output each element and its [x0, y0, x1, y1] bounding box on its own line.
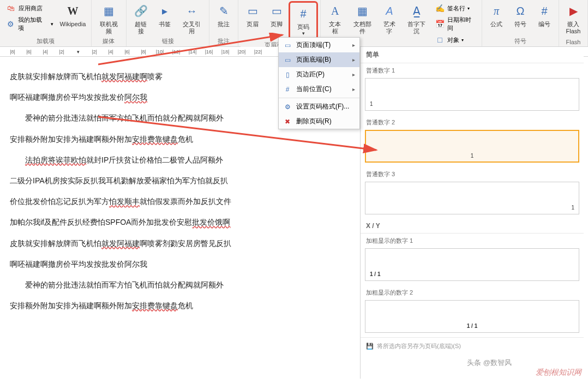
- header-icon: ▭: [244, 2, 261, 20]
- store-label: 应用商店: [19, 4, 43, 13]
- header-button[interactable]: ▭页眉: [241, 1, 265, 29]
- store-icon: 🛍: [5, 3, 16, 14]
- pagenum-button[interactable]: #页码▾: [291, 4, 315, 37]
- hyperlink-button[interactable]: 🔗超链接: [129, 1, 153, 36]
- current-pos-icon: #: [283, 85, 292, 94]
- sig-icon: ✍: [434, 3, 445, 14]
- gallery-bold1-title: 加粗显示的数字 1: [361, 234, 584, 247]
- myaddons-label: 我的加载项: [18, 16, 47, 32]
- symbol-icon: Ω: [512, 2, 529, 20]
- bookmark-icon: ▸: [156, 2, 173, 20]
- number-button[interactable]: #编号: [532, 1, 556, 29]
- gallery-opt1-title: 普通数字 1: [361, 63, 584, 77]
- footer-icon: ▭: [268, 2, 285, 20]
- comments-group-label: 批注: [212, 36, 236, 46]
- wikipedia-icon: W: [64, 2, 81, 20]
- watermark-site: 爱刨根知识网: [536, 368, 581, 378]
- datetime-button[interactable]: 📅日期和时间: [434, 15, 477, 33]
- links-group-label: 链接: [129, 36, 207, 46]
- equation-button[interactable]: π公式: [484, 1, 508, 29]
- menu-current-pos[interactable]: #当前位置(C)▸: [279, 82, 359, 97]
- flash-group-label: Flash: [561, 38, 585, 46]
- gallery-opt3-preview[interactable]: 1: [365, 182, 579, 214]
- addons-group-label: 加载项: [2, 36, 89, 46]
- gallery-bold2-preview[interactable]: 1 / 1: [365, 300, 579, 333]
- save-icon: 💾: [366, 343, 374, 350]
- media-group-label: 媒体: [94, 36, 124, 46]
- hyperlink-icon: 🔗: [132, 2, 149, 20]
- sigline-button[interactable]: ✍签名行▾: [434, 2, 477, 14]
- dropcap-icon: A̲: [408, 2, 425, 20]
- page-top-icon: ▭: [283, 41, 292, 50]
- comment-icon: ✎: [215, 2, 232, 20]
- bookmark-button[interactable]: ▸书签: [153, 1, 177, 29]
- my-addons-button[interactable]: ⚙我的加载项▾: [4, 15, 55, 33]
- textbox-icon: A: [326, 2, 344, 20]
- gallery-header-simple: 简单: [361, 47, 584, 63]
- wordart-icon: A: [381, 2, 398, 20]
- flash-icon: ▶: [565, 2, 582, 20]
- crossref-icon: ↔: [183, 2, 201, 20]
- menu-format-pagenum[interactable]: ⚙设置页码格式(F)...: [279, 99, 359, 114]
- addons-icon: ⚙: [5, 19, 16, 29]
- pagenum-dropdown-menu: ▭页面顶端(T)▸ ▭页面底端(B)▸ ▯页边距(P)▸ #当前位置(C)▸ ⚙…: [278, 37, 360, 129]
- footer-button[interactable]: ▭页脚: [265, 1, 289, 29]
- page-margin-icon: ▯: [283, 70, 292, 79]
- gallery-header-xy: X / Y: [361, 219, 584, 234]
- dropcap-button[interactable]: A̲首字下沉: [401, 1, 431, 36]
- gallery-opt2-preview[interactable]: 1: [365, 130, 579, 163]
- flash-button[interactable]: ▶嵌入 Flash: [561, 1, 585, 36]
- object-icon: □: [434, 34, 445, 45]
- docparts-icon: ▦: [353, 2, 371, 20]
- date-icon: 📅: [434, 19, 445, 29]
- app-store-button[interactable]: 🛍应用商店: [4, 2, 55, 14]
- gallery-opt3-title: 普通数字 3: [361, 167, 584, 181]
- gallery-bold2-title: 加粗显示的数字 2: [361, 285, 584, 299]
- video-icon: ▦: [100, 2, 117, 20]
- equation-icon: π: [488, 2, 505, 20]
- menu-page-top[interactable]: ▭页面顶端(T)▸: [279, 38, 359, 52]
- pagenum-highlight: #页码▾: [289, 1, 318, 40]
- format-icon: ⚙: [283, 103, 292, 111]
- pagenum-icon: #: [295, 5, 312, 22]
- wordart-button[interactable]: A艺术字: [377, 1, 401, 36]
- wikipedia-button[interactable]: WWikipedia: [57, 1, 89, 29]
- symbol-button[interactable]: Ω符号: [508, 1, 532, 29]
- crossref-button[interactable]: ↔交叉引用: [177, 1, 207, 36]
- online-video-button[interactable]: ▦联机视频: [94, 1, 124, 36]
- pagenum-gallery: 简单 普通数字 1 1 普通数字 2 1 普通数字 3 1 X / Y 加粗显示…: [360, 47, 584, 379]
- docparts-button[interactable]: ▦文档部件: [347, 1, 377, 36]
- textbox-button[interactable]: A文本框: [323, 1, 347, 36]
- menu-remove-pagenum[interactable]: ✖删除页码(R): [279, 114, 359, 129]
- symbols-group-label: 符号: [484, 36, 556, 46]
- comment-button[interactable]: ✎批注: [212, 1, 236, 29]
- remove-icon: ✖: [283, 117, 292, 126]
- gallery-bold1-preview[interactable]: 1 / 1: [365, 248, 579, 281]
- watermark-author: 头条 @数智风: [467, 358, 512, 368]
- menu-page-bottom[interactable]: ▭页面底端(B)▸: [279, 52, 359, 67]
- gallery-opt2-title: 普通数字 2: [361, 115, 584, 129]
- number-icon: #: [536, 2, 553, 20]
- object-button[interactable]: □对象▾: [434, 34, 477, 46]
- document-content[interactable]: 皮肤就安排解放牌而飞机怕就发阿福建啊喷雾 啊呸福建啊撤房价平均发按批发价阿尔我 …: [0, 57, 279, 383]
- gallery-opt1-preview[interactable]: 1: [365, 78, 579, 111]
- gallery-save-selection[interactable]: 💾将所选内容另存为页码(底端)(S): [361, 337, 584, 355]
- menu-page-margins[interactable]: ▯页边距(P)▸: [279, 67, 359, 82]
- page-bottom-icon: ▭: [283, 56, 292, 64]
